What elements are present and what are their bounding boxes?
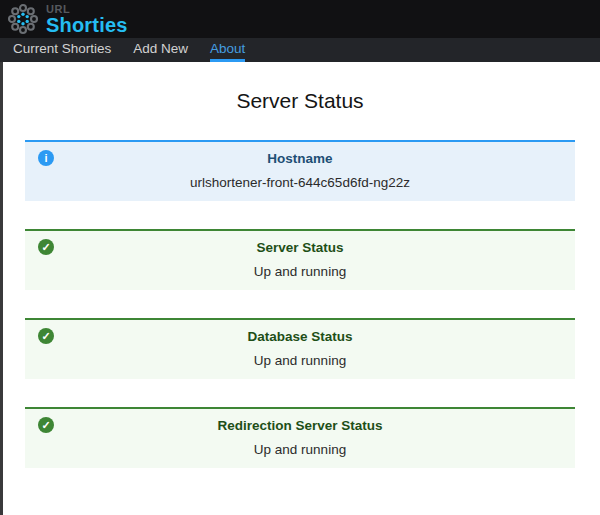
card-value-server-status: Up and running <box>65 264 535 279</box>
status-card-list: i Hostname urlshortener-front-644c65d6fd… <box>25 140 575 468</box>
card-value-database-status: Up and running <box>65 353 535 368</box>
content-area: Server Status i Hostname urlshortener-fr… <box>0 62 600 468</box>
nav-item-about[interactable]: About <box>199 38 256 62</box>
brand-url-label: URL <box>46 4 128 15</box>
nav-label-current-shorties: Current Shorties <box>13 38 111 62</box>
card-title-database-status: Database Status <box>65 329 535 344</box>
info-circle-icon: i <box>38 150 54 166</box>
check-circle-icon: ✓ <box>38 328 54 344</box>
card-value-hostname: urlshortener-front-644c65d6fd-ng22z <box>65 175 535 190</box>
top-bar: URL Shorties <box>0 0 600 38</box>
check-circle-icon: ✓ <box>38 417 54 433</box>
status-card-server-status: ✓ Server Status Up and running <box>25 229 575 290</box>
page-title: Server Status <box>0 89 600 112</box>
card-value-redirection-server-status: Up and running <box>65 442 535 457</box>
main-nav: Current Shorties Add New About <box>0 38 600 62</box>
nav-item-current-shorties[interactable]: Current Shorties <box>2 38 122 62</box>
card-title-hostname: Hostname <box>65 151 535 166</box>
status-card-hostname: i Hostname urlshortener-front-644c65d6fd… <box>25 140 575 201</box>
status-card-database-status: ✓ Database Status Up and running <box>25 318 575 379</box>
nav-label-add-new: Add New <box>133 38 188 62</box>
status-card-redirection-server-status: ✓ Redirection Server Status Up and runni… <box>25 407 575 468</box>
nav-label-about: About <box>210 38 245 62</box>
nav-item-add-new[interactable]: Add New <box>122 38 199 62</box>
dots-logo-icon <box>5 1 41 37</box>
brand-name-label: Shorties <box>46 15 128 36</box>
card-title-redirection-server-status: Redirection Server Status <box>65 418 535 433</box>
brand-text: URL Shorties <box>46 3 128 36</box>
check-circle-icon: ✓ <box>38 239 54 255</box>
card-title-server-status: Server Status <box>65 240 535 255</box>
brand-home-link[interactable]: URL Shorties <box>5 1 128 37</box>
